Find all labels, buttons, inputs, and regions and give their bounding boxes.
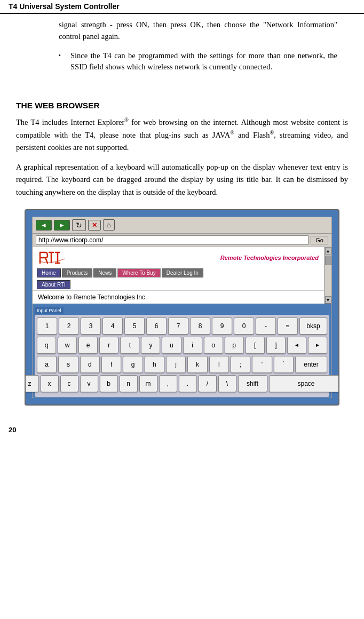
key-shift[interactable]: shift xyxy=(238,375,267,392)
key-open-bracket[interactable]: [ xyxy=(246,337,265,354)
key-right-arrow[interactable]: ► xyxy=(308,337,327,354)
keyboard-row-3: a s d f g h j k l ; ' ` enter xyxy=(37,356,327,373)
key-a[interactable]: a xyxy=(37,356,57,373)
key-space[interactable]: space xyxy=(269,375,340,392)
key-k[interactable]: k xyxy=(187,356,207,373)
nav-about-rti[interactable]: About RTI xyxy=(37,280,70,289)
keyboard-row-4: z x c v b n m , . / \ shift space xyxy=(37,375,327,392)
key-f[interactable]: f xyxy=(101,356,121,373)
indented-paragraph: signal strength - press ON, then press O… xyxy=(59,19,337,43)
key-u[interactable]: u xyxy=(162,337,181,354)
browser-screenshot: ◄ ► ↻ ✕ ⌂ Go xyxy=(25,209,339,406)
nav-home[interactable]: Home xyxy=(37,268,61,277)
key-quote[interactable]: ' xyxy=(252,356,272,373)
key-t[interactable]: t xyxy=(120,337,139,354)
go-button[interactable]: Go xyxy=(311,236,328,244)
key-d[interactable]: d xyxy=(80,356,100,373)
rti-logo xyxy=(38,250,67,265)
key-backslash[interactable]: \ xyxy=(218,375,236,392)
key-e[interactable]: e xyxy=(78,337,98,354)
bullet-item: ▪ Since the T4 can be programmed with th… xyxy=(59,50,337,74)
key-enter[interactable]: enter xyxy=(295,356,327,373)
back-button[interactable]: ◄ xyxy=(36,220,52,231)
header-title: T4 Universal System Controller xyxy=(9,2,120,11)
body-para-2: A graphical representation of a keyboard… xyxy=(16,161,348,199)
key-o[interactable]: o xyxy=(204,337,223,354)
key-1[interactable]: 1 xyxy=(37,318,57,335)
key-5[interactable]: 5 xyxy=(124,318,145,335)
key-semicolon[interactable]: ; xyxy=(231,356,250,373)
key-v[interactable]: v xyxy=(80,375,98,392)
key-c[interactable]: c xyxy=(60,375,78,392)
webpage-content: Remote Technologies Incorporated Home Pr… xyxy=(33,247,324,304)
key-r[interactable]: r xyxy=(99,337,118,354)
body-para-1: The T4 includes Internet Explorer® for w… xyxy=(16,116,348,154)
home-button[interactable]: ⌂ xyxy=(103,219,115,231)
key-4[interactable]: 4 xyxy=(102,318,123,335)
bullet-symbol: ▪ xyxy=(59,52,67,74)
key-n[interactable]: n xyxy=(120,375,138,392)
indent-text: signal strength - press ON, then press O… xyxy=(59,20,337,41)
key-p[interactable]: p xyxy=(225,337,244,354)
keyboard: 1 2 3 4 5 6 7 8 9 0 - = bksp xyxy=(35,315,329,397)
keyboard-row-1: 1 2 3 4 5 6 7 8 9 0 - = bksp xyxy=(37,318,327,335)
key-z[interactable]: z xyxy=(25,375,39,392)
key-y[interactable]: y xyxy=(141,337,160,354)
rti-welcome: Welcome to Remote Technologies Inc. xyxy=(33,290,324,304)
key-b[interactable]: b xyxy=(100,375,118,392)
key-i[interactable]: i xyxy=(183,337,202,354)
key-8[interactable]: 8 xyxy=(190,318,210,335)
key-w[interactable]: w xyxy=(58,337,77,354)
bullet-text: Since the T4 can be programmed with the … xyxy=(70,50,337,74)
refresh-button[interactable]: ↻ xyxy=(72,219,86,231)
key-comma[interactable]: , xyxy=(159,375,177,392)
key-7[interactable]: 7 xyxy=(168,318,188,335)
nav-dealer-log-in[interactable]: Dealer Log In xyxy=(162,268,203,277)
key-m[interactable]: m xyxy=(139,375,157,392)
rti-header: Remote Technologies Incorporated xyxy=(33,247,324,268)
address-input[interactable] xyxy=(36,235,308,245)
key-x[interactable]: x xyxy=(41,375,59,392)
key-9[interactable]: 9 xyxy=(212,318,232,335)
key-period[interactable]: . xyxy=(179,375,197,392)
input-panel: Input Panel 1 2 3 4 5 6 7 8 9 0 - xyxy=(33,304,331,398)
keyboard-row-2: q w e r t y u i o p [ ] ◄ ► xyxy=(37,337,327,354)
key-equals[interactable]: = xyxy=(278,318,298,335)
scroll-thumb[interactable] xyxy=(325,256,331,265)
key-slash[interactable]: / xyxy=(199,375,217,392)
nav-where-to-buy[interactable]: Where To Buy xyxy=(117,268,161,277)
forward-button[interactable]: ► xyxy=(54,220,70,231)
key-3[interactable]: 3 xyxy=(81,318,101,335)
rti-logo-svg xyxy=(38,250,67,265)
rti-nav: Home Products News Where To Buy Dealer L… xyxy=(33,268,324,279)
key-backspace[interactable]: bksp xyxy=(299,318,327,335)
key-0[interactable]: 0 xyxy=(234,318,254,335)
rti-tagline: Remote Technologies Incorporated xyxy=(220,255,319,261)
key-j[interactable]: j xyxy=(166,356,186,373)
nav-products[interactable]: Products xyxy=(62,268,92,277)
stop-button[interactable]: ✕ xyxy=(88,220,101,231)
key-s[interactable]: s xyxy=(58,356,78,373)
key-minus[interactable]: - xyxy=(256,318,276,335)
key-backtick[interactable]: ` xyxy=(274,356,294,373)
nav-news[interactable]: News xyxy=(93,268,116,277)
key-2[interactable]: 2 xyxy=(59,318,79,335)
section-title: THE WEB BROWSER xyxy=(16,101,348,110)
key-g[interactable]: g xyxy=(123,356,143,373)
input-panel-label: Input Panel xyxy=(35,307,64,314)
key-l[interactable]: l xyxy=(209,356,229,373)
nav-sub-row: About RTI xyxy=(33,279,324,290)
key-left-arrow[interactable]: ◄ xyxy=(287,337,306,354)
key-6[interactable]: 6 xyxy=(146,318,167,335)
page-number: 20 xyxy=(0,422,364,438)
scrollbar: ▲ ▼ xyxy=(324,247,331,304)
page-header: T4 Universal System Controller xyxy=(0,0,364,14)
scroll-down-button[interactable]: ▼ xyxy=(325,296,331,304)
scroll-up-button[interactable]: ▲ xyxy=(325,247,331,255)
key-q[interactable]: q xyxy=(37,337,56,354)
browser-toolbar: ◄ ► ↻ ✕ ⌂ xyxy=(33,217,331,234)
address-bar-row: Go xyxy=(33,234,331,247)
key-h[interactable]: h xyxy=(145,356,164,373)
key-close-bracket[interactable]: ] xyxy=(266,337,286,354)
